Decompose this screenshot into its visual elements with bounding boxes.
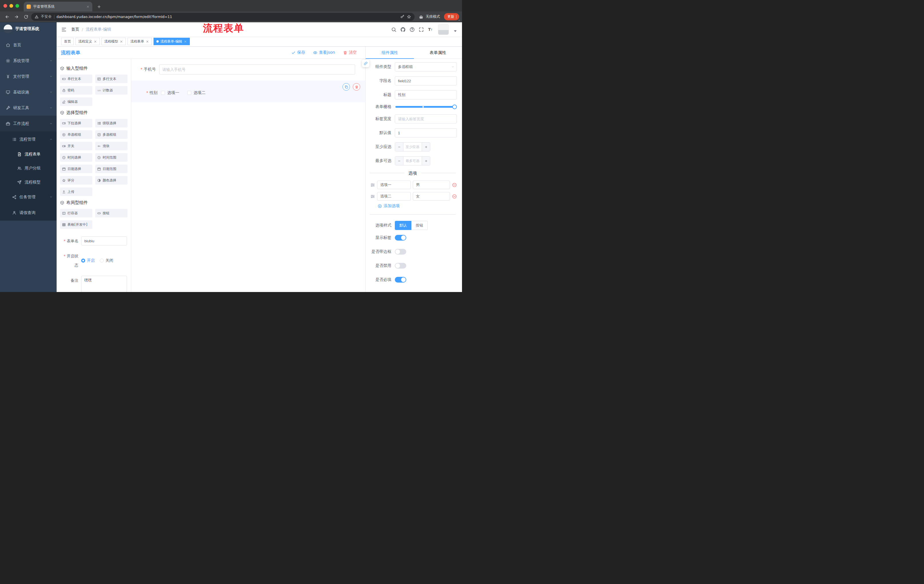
tab-component-props[interactable]: 组件属性 — [366, 46, 414, 59]
add-option-button[interactable]: 添加选项 — [378, 204, 457, 209]
option-label-input[interactable] — [377, 181, 411, 189]
tab-form-props[interactable]: 表单属性 — [414, 46, 462, 59]
component-editor[interactable]: 编辑器 — [60, 97, 92, 106]
back-button[interactable] — [3, 13, 11, 21]
drag-icon[interactable] — [370, 183, 375, 188]
component-slider[interactable]: 滑块 — [95, 142, 127, 150]
browser-update-button[interactable]: 更新 — [444, 13, 459, 20]
component-date-picker[interactable]: 日期选择 — [60, 165, 92, 173]
clear-button[interactable]: 清空 — [343, 50, 357, 55]
save-button[interactable]: 保存 — [291, 50, 305, 55]
sidebar-item-devtools[interactable]: 研发工具 — [0, 100, 57, 116]
required-switch[interactable] — [395, 277, 406, 283]
option-value-input[interactable] — [413, 192, 450, 201]
disabled-switch[interactable] — [395, 263, 406, 268]
user-avatar[interactable] — [438, 24, 449, 35]
browser-tab[interactable]: 芋道管理系统 — [24, 2, 92, 12]
decrease-button[interactable] — [395, 143, 403, 151]
component-date-range[interactable]: 日期范围 — [95, 165, 127, 173]
show-label-switch[interactable] — [395, 235, 406, 240]
phone-field[interactable]: 手机号 — [131, 63, 365, 76]
font-size-icon[interactable] — [428, 27, 433, 32]
security-label[interactable]: 不安全 — [41, 14, 52, 19]
component-color-picker[interactable]: 颜色选择 — [95, 176, 127, 184]
tag-2[interactable]: 流程模型 — [101, 38, 126, 45]
component-password[interactable]: 密码 — [60, 86, 92, 95]
component-cascade-select[interactable]: 级联选择 — [95, 119, 127, 127]
browser-menu-dots-icon[interactable] — [454, 15, 458, 19]
sidebar-item-infrastructure[interactable]: 基础设施 — [0, 84, 57, 100]
component-switch[interactable]: 开关 — [60, 142, 92, 150]
form-canvas[interactable]: 手机号 性别 选项一 — [131, 59, 365, 292]
component-button[interactable]: 按钮 — [95, 209, 127, 217]
delete-field-button[interactable] — [353, 83, 360, 90]
address-bar[interactable]: 不安全 dashboard.yudao.iocoder.cn/bpm/manag… — [31, 13, 414, 21]
component-type-select[interactable] — [395, 62, 457, 71]
help-icon[interactable] — [409, 27, 415, 32]
sidebar-item-payment[interactable]: 支付管理 — [0, 69, 57, 84]
sidebar-item-home[interactable]: 首页 — [0, 37, 57, 53]
component-time-picker[interactable]: 时间选择 — [60, 153, 92, 162]
option-style-default-button[interactable]: 默认 — [395, 221, 411, 230]
breadcrumb-home[interactable]: 首页 — [71, 27, 79, 32]
gender-checkbox-option-1[interactable]: 选项一 — [161, 90, 179, 95]
close-icon[interactable] — [184, 40, 187, 43]
increase-button[interactable] — [422, 143, 430, 151]
sidebar-item-process-mgmt[interactable]: 流程管理 — [0, 132, 57, 147]
phone-input[interactable] — [159, 64, 355, 74]
status-radio-off[interactable]: 关闭 — [100, 258, 113, 263]
tag-0[interactable]: 首页 — [61, 38, 74, 45]
min-select-input[interactable] — [403, 143, 422, 151]
tag-1[interactable]: 流程定义 — [76, 38, 100, 45]
copy-field-button[interactable] — [343, 83, 350, 90]
component-radio-group[interactable]: 单选框组 — [60, 130, 92, 139]
toolbar-caret-icon[interactable] — [458, 19, 460, 22]
close-icon[interactable] — [146, 40, 149, 43]
option-style-button-button[interactable]: 按钮 — [411, 221, 428, 230]
component-multi-line-text[interactable]: 多行文本 — [95, 74, 127, 83]
sidebar-item-user-group[interactable]: 用户分组 — [0, 161, 57, 175]
drag-icon[interactable] — [370, 194, 375, 199]
close-icon[interactable] — [120, 40, 123, 43]
slider-handle[interactable] — [452, 105, 457, 109]
sidebar-item-workflow[interactable]: 工作流程 — [0, 116, 57, 132]
window-minimize-button[interactable] — [10, 4, 13, 8]
increase-button[interactable] — [422, 156, 430, 165]
view-json-button[interactable]: 查看json — [313, 50, 335, 55]
window-zoom-button[interactable] — [15, 4, 19, 8]
sidebar-item-system[interactable]: 系统管理 — [0, 53, 57, 69]
component-checkbox-group[interactable]: 多选框组 — [95, 130, 127, 139]
component-time-range[interactable]: 时间范围 — [95, 153, 127, 162]
minus-circle-icon[interactable] — [452, 194, 457, 199]
menu-fold-icon[interactable] — [61, 27, 67, 32]
max-select-input[interactable] — [403, 156, 422, 165]
component-table-dev[interactable]: 表格[开发中] — [60, 220, 92, 229]
tag-3[interactable]: 流程表单 — [127, 38, 152, 45]
component-row-container[interactable]: 行容器 — [60, 209, 92, 217]
reload-button[interactable] — [22, 13, 30, 21]
default-value-input[interactable] — [395, 128, 457, 137]
gender-checkbox-option-2[interactable]: 选项二 — [187, 90, 206, 95]
search-icon[interactable] — [391, 27, 396, 32]
sidebar-item-task-mgmt[interactable]: 任务管理 — [0, 189, 57, 205]
bookmark-star-icon[interactable] — [407, 15, 411, 19]
window-close-button[interactable] — [3, 4, 7, 8]
github-icon[interactable] — [400, 27, 406, 32]
avatar-caret-icon[interactable] — [452, 28, 458, 34]
sidebar-item-leave-query[interactable]: 请假查询 — [0, 205, 57, 220]
component-type-value[interactable] — [395, 62, 457, 71]
component-upload[interactable]: 上传 — [60, 188, 92, 196]
fullscreen-icon[interactable] — [419, 27, 424, 32]
tag-4[interactable]: 流程表单-编辑 — [153, 38, 190, 45]
component-dropdown-select[interactable]: 下拉选择 — [60, 119, 92, 127]
field-name-input[interactable] — [395, 76, 457, 86]
remark-textarea[interactable]: 嘿嘿 — [81, 276, 127, 292]
component-single-line-text[interactable]: 单行文本 — [60, 74, 92, 83]
form-grid-slider[interactable] — [395, 106, 455, 108]
with-border-switch[interactable] — [395, 249, 406, 255]
sidebar-item-process-model[interactable]: 流程模型 — [0, 175, 57, 189]
form-name-input[interactable] — [81, 236, 127, 245]
label-width-input[interactable] — [395, 114, 457, 123]
minus-circle-icon[interactable] — [452, 183, 457, 188]
component-rate[interactable]: 评分 — [60, 176, 92, 184]
